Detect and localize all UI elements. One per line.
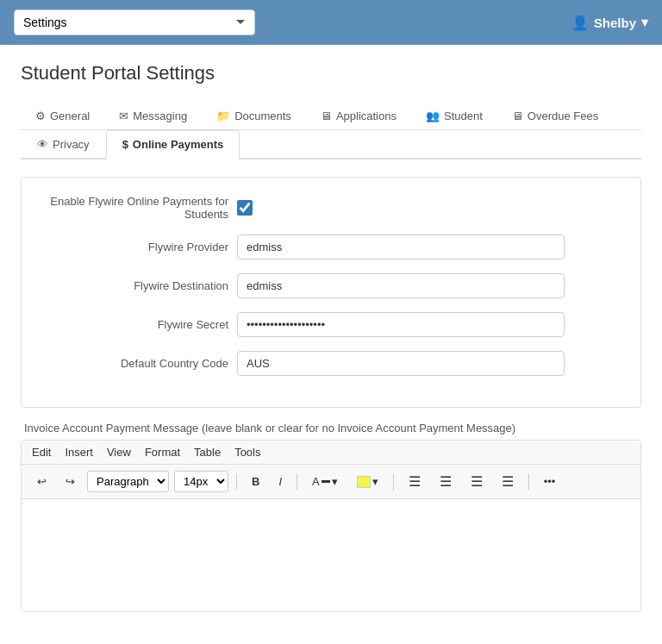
- country-code-input[interactable]: [237, 351, 565, 376]
- page-title: Student Portal Settings: [21, 62, 641, 84]
- menu-table[interactable]: Table: [194, 446, 221, 459]
- menu-tools[interactable]: Tools: [234, 446, 260, 459]
- enable-flywire-label: Enable Flywire Online Payments for Stude…: [39, 195, 228, 221]
- align-right-button[interactable]: ☰: [464, 470, 490, 493]
- form-section: Enable Flywire Online Payments for Stude…: [21, 177, 641, 408]
- menu-edit[interactable]: Edit: [32, 446, 51, 459]
- user-dropdown-icon: ▾: [641, 15, 648, 30]
- user-menu[interactable]: 👤 Shelby ▾: [571, 15, 648, 31]
- tab-privacy[interactable]: 👁 Privacy: [21, 130, 106, 158]
- tab-messaging-label: Messaging: [133, 109, 187, 122]
- tab-applications[interactable]: 🖥 Applications: [306, 102, 411, 129]
- enable-flywire-row: Enable Flywire Online Payments for Stude…: [39, 195, 623, 221]
- italic-button[interactable]: I: [272, 472, 289, 491]
- font-size-select[interactable]: 14px: [174, 471, 228, 492]
- align-left-button[interactable]: ☰: [402, 470, 428, 493]
- user-icon: 👤: [571, 15, 589, 31]
- folder-icon: 📁: [216, 109, 230, 122]
- enable-flywire-checkbox[interactable]: [237, 200, 253, 216]
- toolbar-divider-3: [393, 473, 394, 491]
- tab-student[interactable]: 👥 Student: [411, 102, 497, 129]
- tab-general-label: General: [50, 109, 90, 122]
- flywire-secret-input[interactable]: [237, 312, 565, 337]
- tab-overdue-fees-label: Overdue Fees: [528, 109, 598, 122]
- tab-general[interactable]: ⚙ General: [21, 102, 104, 129]
- settings-dropdown[interactable]: Settings: [14, 9, 255, 35]
- flywire-provider-label: Flywire Provider: [39, 241, 228, 253]
- invoice-message-label: Invoice Account Payment Message (leave b…: [21, 422, 641, 435]
- undo-button[interactable]: ↩: [30, 472, 53, 491]
- rich-text-editor: Edit Insert View Format Table Tools ↩ ↪ …: [21, 440, 641, 612]
- tab-overdue-fees[interactable]: 🖥 Overdue Fees: [497, 102, 613, 129]
- editor-body[interactable]: [22, 499, 640, 611]
- flywire-destination-label: Flywire Destination: [39, 279, 228, 292]
- fees-icon: 🖥: [512, 109, 523, 122]
- highlight-indicator: [357, 476, 371, 488]
- highlight-color-button[interactable]: ▾: [350, 472, 385, 491]
- tab-student-label: Student: [444, 109, 483, 122]
- tab-privacy-label: Privacy: [53, 138, 90, 151]
- flywire-destination-row: Flywire Destination: [39, 273, 623, 298]
- secondary-tabs: 👁 Privacy $ Online Payments: [21, 130, 641, 159]
- toolbar-divider-2: [297, 473, 297, 491]
- bold-button[interactable]: B: [245, 472, 266, 491]
- top-bar: Settings 👤 Shelby ▾: [0, 0, 662, 45]
- country-code-label: Default Country Code: [39, 357, 228, 370]
- menu-insert[interactable]: Insert: [65, 446, 93, 459]
- dollar-icon: $: [122, 138, 128, 151]
- main-content: Student Portal Settings ⚙ General ✉ Mess…: [0, 45, 662, 644]
- gear-icon: ⚙: [35, 109, 46, 122]
- toolbar-divider-1: [236, 473, 237, 491]
- font-color-indicator: [322, 480, 330, 483]
- tab-online-payments-label: Online Payments: [133, 138, 223, 151]
- align-center-button[interactable]: ☰: [433, 470, 459, 493]
- flywire-provider-row: Flywire Provider: [39, 234, 623, 259]
- menu-format[interactable]: Format: [145, 446, 180, 459]
- align-justify-button[interactable]: ☰: [495, 470, 521, 493]
- tab-online-payments[interactable]: $ Online Payments: [106, 130, 240, 159]
- font-color-chevron-icon[interactable]: ▾: [332, 475, 338, 488]
- toolbar-divider-4: [528, 473, 529, 491]
- monitor-icon: 🖥: [321, 109, 332, 122]
- more-options-button[interactable]: •••: [537, 472, 563, 491]
- editor-toolbar: ↩ ↪ Paragraph 14px B I A ▾ ▾ ☰ ☰: [22, 465, 640, 499]
- mail-icon: ✉: [119, 109, 128, 122]
- paragraph-select[interactable]: Paragraph: [87, 471, 169, 492]
- tab-documents-label: Documents: [234, 109, 291, 122]
- tab-messaging[interactable]: ✉ Messaging: [104, 102, 202, 129]
- tab-documents[interactable]: 📁 Documents: [202, 102, 306, 129]
- flywire-secret-row: Flywire Secret: [39, 312, 623, 337]
- primary-tabs: ⚙ General ✉ Messaging 📁 Documents 🖥 Appl…: [21, 102, 641, 130]
- menu-view[interactable]: View: [107, 446, 131, 459]
- group-icon: 👥: [426, 109, 440, 122]
- eye-icon: 👁: [37, 138, 48, 151]
- tab-applications-label: Applications: [336, 109, 397, 122]
- flywire-provider-input[interactable]: [237, 234, 565, 259]
- country-code-row: Default Country Code: [39, 351, 623, 376]
- font-color-button[interactable]: A ▾: [305, 472, 345, 491]
- flywire-secret-label: Flywire Secret: [39, 318, 228, 331]
- flywire-destination-input[interactable]: [237, 273, 565, 298]
- redo-button[interactable]: ↪: [59, 472, 82, 491]
- highlight-chevron-icon[interactable]: ▾: [372, 475, 378, 488]
- user-name: Shelby: [594, 16, 636, 30]
- editor-menubar: Edit Insert View Format Table Tools: [22, 441, 640, 465]
